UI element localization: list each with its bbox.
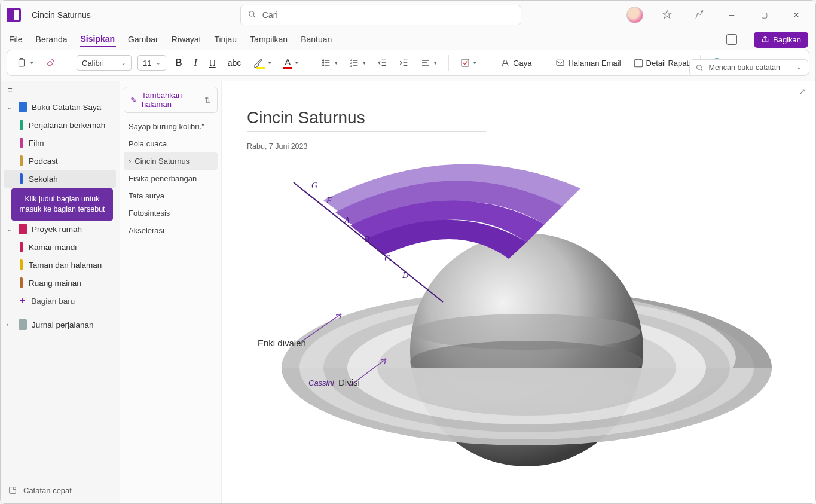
search-notebook-box[interactable]: Mencari buku catatan ⌄ bbox=[689, 59, 808, 76]
page-title[interactable]: Cincin Saturnus bbox=[247, 108, 815, 127]
notebook-home-projects[interactable]: ⌄ Proyek rumah bbox=[4, 220, 116, 238]
svg-line-35 bbox=[701, 69, 703, 71]
indent-button[interactable] bbox=[396, 56, 412, 69]
svg-point-9 bbox=[323, 65, 324, 66]
notebook-icon bbox=[19, 102, 27, 112]
menu-history[interactable]: Riwayat bbox=[170, 32, 203, 47]
menu-bar: File Beranda Sisipkan Gambar Riwayat Tin… bbox=[1, 29, 815, 50]
coming-soon-icon[interactable] bbox=[691, 7, 708, 23]
menu-image[interactable]: Gambar bbox=[127, 32, 160, 47]
sort-icon[interactable]: ⇅ bbox=[204, 96, 211, 105]
font-family-select[interactable]: Calibri⌄ bbox=[77, 55, 132, 71]
ring-label-f: F bbox=[326, 196, 332, 205]
title-underline bbox=[247, 131, 486, 132]
notebook-travel-journal[interactable]: › Jurnal perjalanan bbox=[4, 316, 116, 334]
notebook-my-notebook[interactable]: ⌄ Buku Catatan Saya bbox=[4, 98, 116, 116]
svg-point-5 bbox=[323, 60, 324, 61]
share-button[interactable]: Bagikan bbox=[754, 32, 808, 48]
close-button[interactable]: ✕ bbox=[788, 7, 805, 23]
menu-home[interactable]: Beranda bbox=[35, 32, 69, 47]
coach-tooltip: Klik judul bagian untuk masuk ke bagian … bbox=[11, 188, 113, 221]
minimize-button[interactable]: ─ bbox=[723, 7, 740, 23]
svg-rect-29 bbox=[634, 60, 643, 67]
menu-view[interactable]: Tampilkan bbox=[249, 32, 289, 47]
page-list: ✎Tambahkan halaman ⇅ Sayap burung kolibr… bbox=[120, 81, 222, 504]
svg-rect-33 bbox=[10, 487, 16, 494]
title-bar: Cincin Saturnus Cari ─ ▢ ✕ bbox=[1, 1, 815, 29]
notebook-icon bbox=[19, 319, 27, 330]
bullets-button[interactable]: ▾ bbox=[319, 56, 341, 69]
pen-icon: ✎ bbox=[130, 96, 137, 105]
svg-point-34 bbox=[697, 65, 702, 69]
fullscreen-icon[interactable]: ⤢ bbox=[799, 87, 806, 96]
svg-rect-28 bbox=[557, 60, 564, 65]
outdent-button[interactable] bbox=[375, 56, 390, 69]
page-item-selected[interactable]: Cincin Saturnus bbox=[124, 152, 218, 170]
label-divisi: Divisi bbox=[338, 377, 360, 387]
label-cassini: Cassini bbox=[308, 378, 334, 387]
ring-label-d: D bbox=[402, 271, 408, 280]
menu-file[interactable]: File bbox=[8, 32, 24, 47]
section-playroom[interactable]: Ruang mainan bbox=[4, 274, 116, 292]
highlight-button[interactable]: ▾ bbox=[250, 56, 274, 71]
saturn-illustration: G F A B C D Enki divalen Cassini Divisi bbox=[246, 152, 784, 487]
maximize-button[interactable]: ▢ bbox=[756, 7, 772, 23]
strikethrough-button[interactable]: abc bbox=[225, 56, 245, 69]
page-item[interactable]: Fotosintesis bbox=[124, 204, 218, 222]
user-avatar[interactable] bbox=[626, 7, 643, 23]
premium-icon[interactable] bbox=[659, 7, 676, 23]
section-school[interactable]: Sekolah bbox=[4, 170, 116, 188]
email-page-button[interactable]: Halaman Email bbox=[552, 56, 624, 69]
font-size-select[interactable]: 11⌄ bbox=[137, 55, 166, 71]
document-title: Cincin Saturnus bbox=[32, 10, 91, 20]
nav-toggle-icon[interactable]: ≡ bbox=[4, 85, 16, 94]
add-page-button[interactable]: ✎Tambahkan halaman ⇅ bbox=[124, 87, 218, 113]
section-bathroom[interactable]: Kamar mandi bbox=[4, 238, 116, 256]
bold-button[interactable]: B bbox=[172, 56, 185, 70]
page-item[interactable]: Tata surya bbox=[124, 187, 218, 204]
page-item[interactable]: Sayap burung kolibri." bbox=[124, 118, 218, 135]
italic-button[interactable]: I bbox=[191, 56, 200, 70]
feed-pane-icon[interactable] bbox=[726, 34, 737, 45]
search-box[interactable]: Cari bbox=[240, 5, 521, 25]
ring-label-b: B bbox=[364, 235, 369, 244]
chevron-right-icon: › bbox=[7, 321, 14, 328]
add-section-button-2[interactable]: +Bagian baru bbox=[4, 292, 116, 310]
section-podcast[interactable]: Podcast bbox=[4, 152, 116, 170]
search-placeholder: Cari bbox=[262, 10, 278, 20]
section-garden[interactable]: Taman dan halaman bbox=[4, 256, 116, 274]
section-camping[interactable]: Perjalanan berkemah bbox=[4, 116, 116, 134]
menu-insert[interactable]: Sisipkan bbox=[80, 32, 117, 47]
ring-label-a: A bbox=[344, 216, 350, 225]
paste-button[interactable]: ▾ bbox=[13, 55, 36, 71]
svg-point-0 bbox=[249, 11, 254, 16]
page-item[interactable]: Akselerasi bbox=[124, 222, 218, 239]
format-painter-button[interactable] bbox=[42, 56, 59, 70]
quick-notes-button[interactable]: Catatan cepat bbox=[4, 481, 116, 500]
onenote-app-icon bbox=[7, 8, 21, 22]
page-date: Rabu, 7 Juni 2023 bbox=[247, 142, 815, 151]
styles-button[interactable]: Gaya bbox=[497, 56, 534, 70]
todo-tag-button[interactable]: ▾ bbox=[457, 56, 479, 69]
menu-help[interactable]: Bantuan bbox=[299, 32, 333, 47]
underline-button[interactable]: U bbox=[206, 56, 219, 70]
svg-point-7 bbox=[323, 62, 324, 63]
page-item[interactable]: Fisika penerbangan bbox=[124, 170, 218, 187]
label-enki: Enki divalen bbox=[258, 338, 306, 348]
numbering-button[interactable]: 123▾ bbox=[347, 56, 369, 69]
page-canvas[interactable]: Mencari buku catatan ⌄ ⤢ Cincin Saturnus… bbox=[222, 81, 815, 504]
share-label: Bagikan bbox=[773, 35, 801, 44]
chevron-down-icon: ⌄ bbox=[7, 103, 14, 111]
ring-label-c: C bbox=[384, 254, 390, 263]
ring-label-g: G bbox=[311, 181, 317, 190]
search-icon bbox=[248, 10, 256, 20]
svg-line-1 bbox=[253, 15, 256, 17]
menu-review[interactable]: Tinjau bbox=[213, 32, 238, 47]
page-item[interactable]: Pola cuaca bbox=[124, 135, 218, 152]
section-film[interactable]: Film bbox=[4, 134, 116, 152]
font-color-button[interactable]: A▾ bbox=[280, 55, 301, 71]
meeting-details-button[interactable]: Detail Rapat bbox=[630, 56, 692, 70]
svg-rect-26 bbox=[462, 59, 469, 66]
notebook-icon bbox=[19, 224, 27, 234]
align-button[interactable]: ▾ bbox=[418, 56, 440, 69]
